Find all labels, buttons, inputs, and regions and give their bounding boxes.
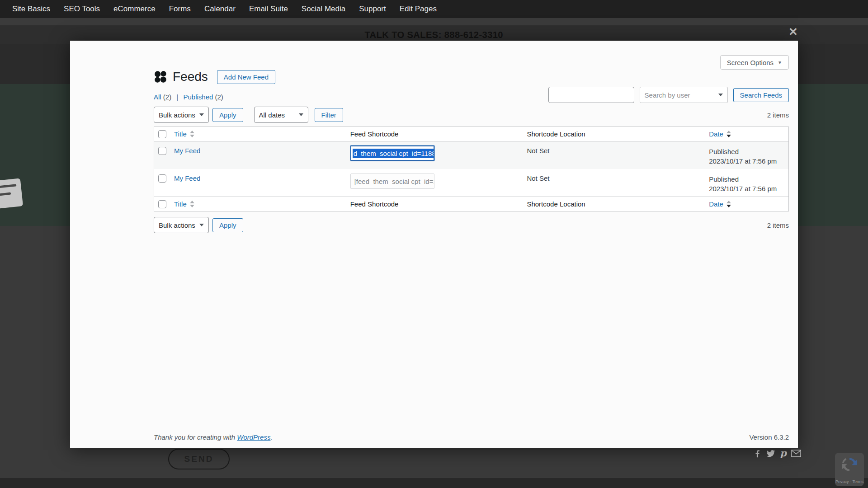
chevron-down-icon: ▼: [778, 60, 782, 65]
background-strip: [0, 18, 868, 25]
items-count: 2 items: [767, 111, 789, 119]
site-top-nav: Site Basics SEO Tools eCommerce Forms Ca…: [0, 0, 868, 18]
nav-calendar[interactable]: Calendar: [198, 5, 242, 14]
feeds-table: Title Feed Shortcode Shortcode Location …: [154, 127, 789, 211]
sales-banner-text: TALK TO SALES: 888-612-3310: [365, 29, 504, 40]
filter-published-link[interactable]: Published: [183, 93, 213, 101]
table-header-row: Title Feed Shortcode Shortcode Location …: [154, 127, 788, 141]
filter-button[interactable]: Filter: [315, 108, 343, 122]
table-controls-bottom: Bulk actions Apply 2 items: [154, 217, 789, 233]
shortcode-input[interactable]: [feed_them_social cpt_id=11: [350, 174, 434, 189]
row-checkbox[interactable]: [158, 174, 166, 183]
nav-email-suite[interactable]: Email Suite: [242, 5, 295, 14]
search-by-user-placeholder: Search by user: [645, 91, 690, 99]
page-header: Feeds Add New Feed: [154, 70, 275, 84]
pinterest-icon[interactable]: p: [780, 449, 787, 458]
nav-forms[interactable]: Forms: [162, 5, 198, 14]
sort-arrows-icon: [190, 131, 194, 137]
nav-ecommerce[interactable]: eCommerce: [107, 5, 162, 14]
row-date: 2023/10/17 at 7:56 pm: [709, 184, 788, 193]
table-footer-row: Title Feed Shortcode Shortcode Location …: [154, 197, 788, 211]
shortcode-text: [feed_them_social cpt_id=11: [354, 178, 434, 185]
social-links: p: [753, 449, 801, 458]
screen-options-label: Screen Options: [727, 59, 774, 66]
wordpress-thanks: Thank you for creating with WordPress.: [154, 433, 273, 441]
nav-site-basics[interactable]: Site Basics: [5, 5, 57, 14]
add-new-feed-button[interactable]: Add New Feed: [217, 70, 275, 84]
sort-arrows-icon: [726, 201, 731, 207]
send-button[interactable]: SEND: [168, 449, 230, 469]
nav-seo-tools[interactable]: SEO Tools: [57, 5, 107, 14]
wordpress-link[interactable]: WordPress: [237, 433, 270, 441]
select-all-checkbox[interactable]: [158, 130, 166, 138]
page-title: Feeds: [173, 70, 208, 84]
items-count: 2 items: [767, 221, 789, 229]
recaptcha-label: Privacy - Terms: [835, 479, 863, 484]
select-all-checkbox[interactable]: [158, 200, 166, 208]
bulk-actions-select[interactable]: Bulk actions: [154, 217, 209, 233]
nav-social-media[interactable]: Social Media: [295, 5, 352, 14]
column-shortcode-header: Feed Shortcode: [350, 200, 399, 208]
chevron-down-icon: [199, 113, 204, 116]
nav-edit-pages[interactable]: Edit Pages: [393, 5, 443, 14]
twitter-icon[interactable]: [766, 449, 776, 458]
table-controls-top: Bulk actions Apply All dates Filter 2 it…: [154, 107, 789, 123]
recaptcha-icon: [841, 456, 858, 473]
shortcode-selected-text: d_them_social cpt_id=1188]: [353, 149, 434, 158]
recaptcha-badge[interactable]: Privacy - Terms: [835, 453, 864, 486]
all-dates-select[interactable]: All dates: [254, 107, 308, 123]
shortcode-location-value: Not Set: [527, 147, 549, 155]
table-row: My Feed d_them_social cpt_id=1188] Not S…: [154, 141, 788, 169]
screen-options-button[interactable]: Screen Options ▼: [720, 55, 789, 70]
hero-illustration: [0, 178, 23, 209]
bulk-actions-select[interactable]: Bulk actions: [154, 107, 209, 123]
sort-date-header[interactable]: Date: [709, 200, 723, 208]
bulk-actions-label: Bulk actions: [159, 111, 195, 119]
nav-support[interactable]: Support: [352, 5, 393, 14]
search-by-user-dropdown[interactable]: Search by user: [640, 87, 728, 103]
all-dates-label: All dates: [259, 111, 285, 119]
row-checkbox[interactable]: [158, 147, 166, 155]
feed-title-link[interactable]: My Feed: [174, 147, 200, 155]
filter-all-link[interactable]: All: [154, 93, 161, 101]
svg-text:p: p: [780, 449, 787, 458]
email-icon[interactable]: [791, 450, 801, 457]
search-area: Search by user Search Feeds: [548, 87, 789, 103]
apply-button[interactable]: Apply: [212, 218, 243, 232]
bulk-actions-label: Bulk actions: [159, 221, 195, 229]
sort-title-header[interactable]: Title: [174, 130, 187, 138]
column-shortcode-header: Feed Shortcode: [350, 130, 399, 138]
thanks-period: .: [270, 433, 272, 441]
row-date: 2023/10/17 at 7:56 pm: [709, 156, 788, 166]
sort-date-header[interactable]: Date: [709, 130, 723, 138]
chevron-down-icon: [299, 113, 303, 116]
sort-title-header[interactable]: Title: [174, 200, 187, 208]
version-label: Version 6.3.2: [749, 433, 789, 441]
column-location-header: Shortcode Location: [527, 130, 585, 138]
row-status: Published: [709, 174, 788, 184]
status-filter-links: All (2) | Published (2): [154, 93, 223, 101]
feeds-plugin-icon: [154, 70, 167, 84]
sort-arrows-icon: [726, 131, 731, 137]
shortcode-location-value: Not Set: [527, 174, 549, 182]
close-icon[interactable]: ✕: [788, 26, 798, 38]
apply-button[interactable]: Apply: [212, 108, 243, 122]
search-feeds-button[interactable]: Search Feeds: [733, 88, 789, 102]
table-row: My Feed [feed_them_social cpt_id=11 Not …: [154, 169, 788, 197]
search-input[interactable]: [548, 87, 634, 103]
column-location-header: Shortcode Location: [527, 200, 585, 208]
background-footer-strip: [0, 478, 868, 488]
chevron-down-icon: [199, 224, 204, 226]
feeds-modal: Screen Options ▼ Feeds Add New Feed All …: [70, 41, 798, 448]
sort-arrows-icon: [190, 201, 194, 207]
thanks-text: Thank you for creating with: [154, 433, 237, 441]
facebook-icon[interactable]: [753, 449, 762, 458]
feed-title-link[interactable]: My Feed: [174, 174, 200, 182]
row-status: Published: [709, 147, 788, 156]
chevron-down-icon: [718, 94, 723, 96]
filter-published-count: (2): [215, 93, 223, 101]
filter-divider: |: [176, 93, 178, 101]
shortcode-input-selected[interactable]: d_them_social cpt_id=1188]: [350, 145, 434, 161]
filter-all-count: (2): [163, 93, 171, 101]
